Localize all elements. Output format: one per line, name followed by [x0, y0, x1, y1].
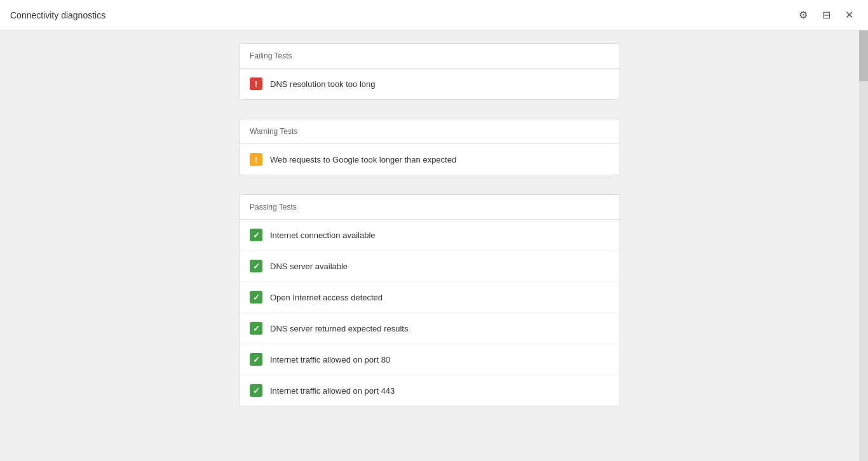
scrollbar[interactable]	[859, 30, 868, 461]
test-row: Internet connection available	[240, 220, 620, 251]
test-row: DNS resolution took too long	[240, 69, 620, 99]
passing-tests-section: Passing Tests Internet connection availa…	[239, 194, 620, 406]
maximize-button[interactable]: ⊟	[817, 6, 835, 24]
test-label: Web requests to Google took longer than …	[270, 155, 456, 164]
success-icon	[250, 322, 262, 335]
test-row: DNS server returned expected results	[240, 313, 620, 344]
test-row: Open Internet access detected	[240, 282, 620, 313]
close-button[interactable]: ✕	[840, 6, 858, 24]
test-label: Internet connection available	[270, 230, 376, 240]
test-row: Internet traffic allowed on port 443	[240, 375, 620, 406]
test-row: Internet traffic allowed on port 80	[240, 344, 620, 375]
warning-tests-header: Warning Tests	[240, 119, 620, 144]
title-bar: Connectivity diagnostics ⚙ ⊟ ✕	[0, 0, 868, 30]
success-icon	[250, 260, 262, 272]
warning-icon	[250, 153, 262, 166]
test-label: Open Internet access detected	[270, 293, 383, 302]
success-icon	[250, 229, 262, 241]
success-icon	[250, 353, 262, 366]
test-label: DNS server available	[270, 262, 348, 271]
main-content: Failing Tests DNS resolution took too lo…	[0, 30, 859, 461]
test-label: DNS resolution took too long	[270, 79, 375, 89]
test-label: Internet traffic allowed on port 80	[270, 355, 390, 364]
test-label: Internet traffic allowed on port 443	[270, 386, 395, 396]
window-controls: ⚙ ⊟ ✕	[794, 6, 858, 24]
error-icon	[250, 77, 262, 90]
success-icon	[250, 291, 262, 304]
failing-tests-header: Failing Tests	[240, 44, 620, 69]
test-row: Web requests to Google took longer than …	[240, 144, 620, 175]
content-area: Failing Tests DNS resolution took too lo…	[0, 30, 868, 461]
page-title: Connectivity diagnostics	[10, 10, 105, 20]
failing-tests-section: Failing Tests DNS resolution took too lo…	[239, 43, 620, 100]
warning-tests-section: Warning Tests Web requests to Google too…	[239, 119, 620, 175]
test-row: DNS server available	[240, 251, 620, 282]
test-label: DNS server returned expected results	[270, 324, 408, 333]
scrollbar-thumb[interactable]	[859, 30, 868, 81]
success-icon	[250, 384, 262, 397]
passing-tests-header: Passing Tests	[240, 195, 620, 220]
settings-button[interactable]: ⚙	[794, 6, 812, 24]
